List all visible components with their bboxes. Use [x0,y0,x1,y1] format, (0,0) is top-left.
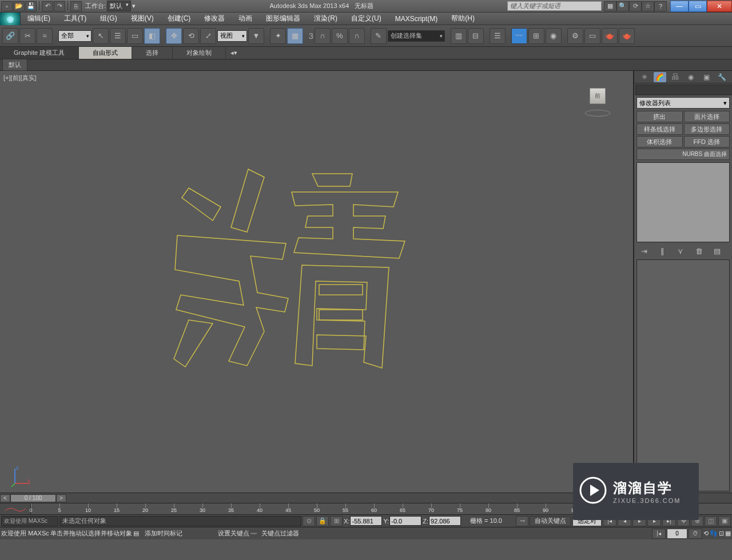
manipulate-icon[interactable]: ✦ [270,28,286,44]
search-icon[interactable]: 🔍 [616,1,629,11]
mirror-icon[interactable]: ▥ [451,28,467,44]
help-icon[interactable]: ? [654,1,667,11]
layer-icon[interactable]: ☰ [490,28,506,44]
coord-y-input[interactable]: -0.0 [389,516,421,526]
scale-icon[interactable]: ⤢ [200,28,216,44]
link-icon[interactable]: ⎘ [70,1,82,11]
named-selection-combo[interactable]: 创建选择集 [388,30,445,42]
menu-customize[interactable]: 自定义(U) [344,13,388,25]
key-filters-button[interactable]: 关键点过滤器 [258,529,303,538]
pin-stack-icon[interactable]: ⇥ [639,246,649,256]
viewcube-face[interactable]: 前 [590,88,606,104]
nav-all-icon[interactable]: ▦ [725,530,731,537]
select-link-icon[interactable]: 🔗 [2,28,18,44]
ribbon-expand-icon[interactable]: ◂▾ [228,47,240,59]
select-object-icon[interactable]: ↖ [93,28,109,44]
render-prod-icon[interactable]: 🫖 [619,28,635,44]
panel-utilities-icon[interactable]: 🔧 [715,72,728,82]
rollout-area[interactable] [636,259,730,491]
close-button[interactable]: ✕ [707,1,732,12]
key-prev-icon[interactable]: |◂ [652,529,666,539]
menu-rendering[interactable]: 渲染(R) [307,13,344,25]
lock-icon[interactable]: ⊙ [303,516,315,526]
panel-modify-icon[interactable]: 🌈 [654,72,666,82]
rotate-icon[interactable]: ⟲ [183,28,199,44]
select-name-icon[interactable]: ☰ [110,28,126,44]
object-name-input[interactable] [635,85,732,95]
pivot-icon[interactable]: ▼ [248,28,264,44]
spinner-snap-icon[interactable]: ∩ [349,28,365,44]
bind-icon[interactable]: ≈ [37,28,53,44]
edit-named-sel-icon[interactable]: ✎ [371,28,387,44]
ribbon-tab-paint[interactable]: 对象绘制 [173,47,226,59]
time-config-icon[interactable]: ⏱ [689,529,702,539]
viewport-spline-object[interactable] [172,162,412,391]
render-icon[interactable]: 🫖 [602,28,618,44]
selection-filter-combo[interactable]: 全部 [58,30,92,42]
absolute-icon[interactable]: ⊞ [330,516,343,526]
open-icon[interactable]: 📂 [13,1,25,11]
unlink-icon[interactable]: ✂ [19,28,35,44]
menu-graph[interactable]: 图形编辑器 [259,13,307,25]
menu-maxscript[interactable]: MAXScript(M) [388,13,445,25]
menu-animation[interactable]: 动画 [232,13,259,25]
show-end-icon[interactable]: ‖ [657,246,667,256]
align-icon[interactable]: ⊟ [468,28,484,44]
redo-icon[interactable]: ↷ [54,1,65,11]
snap-angle-icon[interactable]: ∩ [315,28,331,44]
current-frame-input[interactable]: 0 [667,529,687,539]
workspace-combo[interactable]: 默认 [107,1,131,11]
mod-btn-nurbs[interactable]: NURBS 曲面选择 [636,149,730,160]
panel-hierarchy-icon[interactable]: 品 [669,72,682,82]
menu-group[interactable]: 组(G) [93,13,124,25]
select-rect-icon[interactable]: ▭ [127,28,143,44]
sync-icon[interactable]: ⟳ [629,1,642,11]
viewport[interactable]: [+][前][真实] 前 z [0,71,634,493]
menu-views[interactable]: 视图(V) [124,13,161,25]
schematic-icon[interactable]: ⊞ [528,28,544,44]
snap-percent-icon[interactable]: % [332,28,348,44]
maximize-button[interactable]: ▭ [689,1,707,12]
mod-btn-poly[interactable]: 多边形选择 [684,123,730,135]
ribbon-tab-graphite[interactable]: Graphite 建模工具 [0,47,79,59]
search-input[interactable]: 键入关键字或短语 [507,1,602,11]
ribbon-tab-freeform[interactable]: 自由形式 [79,47,132,59]
configure-icon[interactable]: ▤ [712,246,722,256]
panel-display-icon[interactable]: ▣ [700,72,713,82]
render-setup-icon[interactable]: ⚙ [567,28,583,44]
setkey-button[interactable]: 设置关键点 [218,529,249,538]
new-icon[interactable]: ▫ [1,1,13,11]
render-frame-icon[interactable]: ▭ [584,28,600,44]
nav-orbit-icon[interactable]: ⟲ [703,530,709,537]
coord-z-input[interactable]: 92.086 [429,516,461,526]
mod-btn-ffd[interactable]: FFD 选择 [684,136,730,147]
modifier-stack[interactable] [636,162,730,242]
app-menu-icon[interactable]: ◉ [0,13,21,25]
mod-btn-patch[interactable]: 面片选择 [684,111,730,122]
panel-motion-icon[interactable]: ◉ [685,72,697,82]
nav-walk-icon[interactable]: 👣 [710,530,718,537]
menu-edit[interactable]: 编辑(E) [21,13,57,25]
remove-mod-icon[interactable]: 🗑 [694,246,704,256]
panel-create-icon[interactable]: ✳ [638,72,651,82]
script-listener-2[interactable]: 欢迎使用 MAXSc [1,529,49,538]
nav-max-icon[interactable]: ⊡ [719,530,724,537]
curve-editor-icon[interactable]: 〰 [511,28,527,44]
add-time-tag[interactable]: 添加时间标记 [140,529,187,538]
script-listener[interactable]: 欢迎使用 MAXSc [1,516,58,526]
time-prev-icon[interactable]: < [0,494,10,502]
grid-icon[interactable]: ▦ [604,1,616,11]
viewport-label[interactable]: [+][前][真实] [3,74,37,82]
key-icon[interactable]: ⊸ [516,516,528,526]
ribbon-tab-selection[interactable]: 选择 [132,47,173,59]
ref-coord-combo[interactable]: 视图 [217,30,247,42]
mod-btn-spline[interactable]: 样条线选择 [636,123,683,135]
keyboard-shortcut-icon[interactable]: ▦ [287,28,303,44]
time-tag-icon[interactable]: ▤ [133,530,139,537]
menu-tools[interactable]: 工具(T) [57,13,93,25]
modifier-list-combo[interactable]: 修改器列表▾ [636,97,730,109]
coord-x-input[interactable]: -55.881 [350,516,382,526]
star-icon[interactable]: ☆ [642,1,654,11]
minimize-button[interactable]: — [670,1,689,12]
mini-curve-icon[interactable] [0,503,31,514]
